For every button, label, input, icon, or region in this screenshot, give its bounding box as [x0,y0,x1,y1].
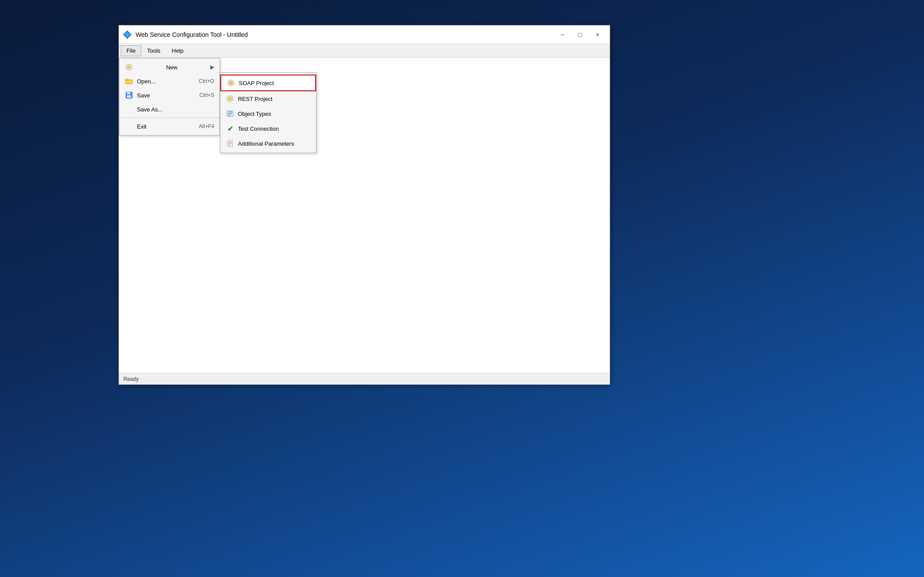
window-controls: − □ × [554,28,606,42]
minimize-button[interactable]: − [554,28,571,42]
test-connection-icon: ✔ [226,124,234,133]
svg-rect-17 [228,144,230,145]
saveas-label: Save As... [137,106,163,113]
status-bar: Ready [119,373,610,384]
new-submenu: SOAP Project REST Project [220,72,316,153]
additional-params-label: Additional Parameters [238,140,294,147]
additional-params-item[interactable]: Additional Parameters [220,136,316,151]
status-text: Ready [123,376,139,382]
new-icon [125,63,133,72]
title-bar: Web Service Configuration Tool - Untitle… [119,25,610,44]
object-types-item[interactable]: Object Types [220,106,316,121]
svg-rect-15 [228,142,232,143]
open-shortcut: Ctrl+O [199,78,214,84]
save-menu-item[interactable]: Save Ctrl+S [119,88,219,102]
save-icon [125,91,133,100]
exit-menu-item[interactable]: Exit Alt+F4 [119,119,219,133]
window-title: Web Service Configuration Tool - Untitle… [136,31,554,38]
svg-rect-7 [127,95,131,98]
open-label: Open... [137,78,156,85]
svg-rect-16 [228,143,232,144]
tools-menu-item[interactable]: Tools [141,45,166,56]
save-label: Save [137,92,150,99]
new-menu-item[interactable]: New ▶ [119,60,219,74]
svg-rect-4 [126,79,129,80]
app-icon [122,30,132,39]
menu-bar: File Tools Help New ▶ [119,44,610,58]
soap-project-item[interactable]: SOAP Project [220,75,316,91]
help-menu-item[interactable]: Help [166,45,189,56]
saveas-menu-item[interactable]: Save As... [119,102,219,116]
object-types-label: Object Types [238,111,271,117]
file-dropdown: New ▶ Open... Ctrl+O [119,58,220,136]
soap-project-icon [227,79,235,87]
test-connection-item[interactable]: ✔ Test Connection [220,121,316,136]
file-menu-item[interactable]: File [121,45,141,56]
rest-project-label: REST Project [238,96,273,102]
exit-label: Exit [137,123,147,130]
open-icon [125,77,133,86]
additional-params-icon [226,139,234,148]
maximize-button[interactable]: □ [571,28,589,42]
menu-divider [119,118,219,118]
test-connection-label: Test Connection [238,125,279,132]
object-types-icon [226,109,234,118]
rest-project-icon [226,94,234,103]
submenu-arrow: ▶ [210,64,214,70]
close-button[interactable]: × [589,28,606,42]
new-label: New [166,64,177,71]
svg-rect-13 [228,115,231,116]
open-menu-item[interactable]: Open... Ctrl+O [119,74,219,88]
save-shortcut: Ctrl+S [199,92,214,98]
main-window: Web Service Configuration Tool - Untitle… [119,25,610,385]
saveas-icon [125,105,133,114]
rest-project-item[interactable]: REST Project [220,91,316,106]
exit-shortcut: Alt+F4 [199,123,214,129]
svg-rect-12 [228,113,232,114]
exit-icon [125,122,133,131]
soap-project-label: SOAP Project [239,80,274,86]
svg-rect-11 [228,111,232,112]
svg-rect-6 [127,92,130,94]
